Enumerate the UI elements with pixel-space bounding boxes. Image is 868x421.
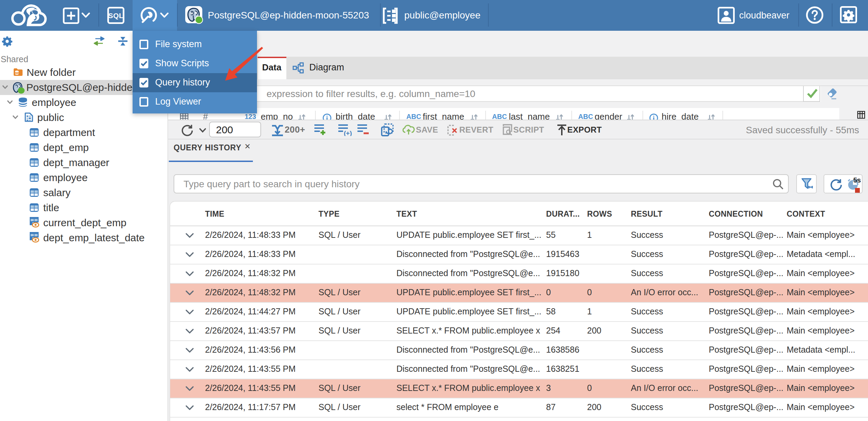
svg-text:(+): (+) — [343, 130, 352, 136]
svg-text:SQL: SQL — [108, 12, 123, 19]
